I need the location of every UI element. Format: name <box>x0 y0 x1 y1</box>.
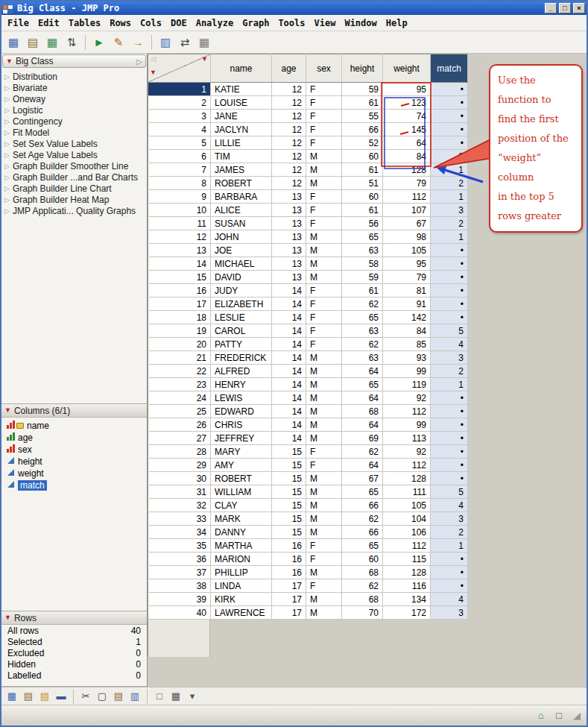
cell-age[interactable]: 13 <box>272 257 306 271</box>
cell-sex[interactable]: M <box>306 526 342 539</box>
design-grid-icon[interactable]: ▦ <box>195 34 213 51</box>
cell-sex[interactable]: M <box>306 177 342 190</box>
toolbar-options-icon[interactable]: ▾ <box>185 689 200 704</box>
cell-height[interactable]: 64 <box>342 459 383 472</box>
menu-view[interactable]: View <box>310 16 341 30</box>
row-number[interactable]: 11 <box>148 217 211 230</box>
disclosure-triangle-icon[interactable]: ▷ <box>4 185 10 192</box>
cell-age[interactable]: 12 <box>272 110 306 123</box>
cell-name[interactable]: CHRIS <box>211 418 272 432</box>
cell-name[interactable]: BARBARA <box>211 190 272 204</box>
cell-age[interactable]: 16 <box>272 539 306 553</box>
cell-weight[interactable]: 112 <box>383 405 431 418</box>
rows-panel-header[interactable]: ▼ Rows <box>1 611 147 625</box>
cell-sex[interactable]: M <box>306 485 342 499</box>
column-header-weight[interactable]: weight <box>383 54 431 83</box>
row-number[interactable]: 39 <box>148 593 211 606</box>
cell-age[interactable]: 15 <box>272 485 306 499</box>
cell-name[interactable]: LOUISE <box>211 96 272 110</box>
cell-sex[interactable]: F <box>306 136 342 150</box>
cell-match[interactable]: 3 <box>431 606 468 620</box>
disclosure-triangle-icon[interactable]: ▷ <box>4 151 10 159</box>
cell-weight[interactable]: 123 <box>383 96 431 110</box>
cell-name[interactable]: LAWRENCE <box>211 606 272 620</box>
menu-doe[interactable]: DOE <box>166 16 192 30</box>
cell-name[interactable]: ROBERT <box>211 472 272 485</box>
row-number[interactable]: 34 <box>148 526 211 539</box>
row-number[interactable]: 18 <box>148 311 211 324</box>
cell-name[interactable]: ALICE <box>211 204 272 217</box>
disclosure-triangle-icon[interactable]: ▷ <box>4 207 10 215</box>
cell-age[interactable]: 12 <box>272 96 306 110</box>
cell-weight[interactable]: 106 <box>383 526 431 539</box>
cell-sex[interactable]: F <box>306 298 342 311</box>
cell-sex[interactable]: F <box>306 190 342 204</box>
row-number[interactable]: 12 <box>148 230 211 244</box>
cell-name[interactable]: LINDA <box>211 579 272 593</box>
disclosure-triangle-icon[interactable]: ▷ <box>4 118 10 125</box>
cell-height[interactable]: 64 <box>342 365 383 378</box>
cell-name[interactable]: JUDY <box>211 284 272 298</box>
menu-tables[interactable]: Tables <box>64 16 105 30</box>
menu-graph[interactable]: Graph <box>238 16 274 30</box>
cell-weight[interactable]: 128 <box>383 566 431 579</box>
disclosure-triangle-icon[interactable]: ▷ <box>4 140 10 148</box>
cell-height[interactable]: 66 <box>342 499 383 512</box>
cell-match[interactable]: • <box>431 311 468 324</box>
cell-weight[interactable]: 99 <box>383 365 431 378</box>
cell-height[interactable]: 60 <box>342 150 383 163</box>
cell-age[interactable]: 16 <box>272 553 306 566</box>
cell-age[interactable]: 14 <box>272 324 306 338</box>
row-number[interactable]: 21 <box>148 351 211 365</box>
cell-sex[interactable]: M <box>306 512 342 526</box>
row-number[interactable]: 2 <box>148 96 211 110</box>
column-header-name[interactable]: name <box>211 54 272 83</box>
cell-height[interactable]: 65 <box>342 485 383 499</box>
cell-name[interactable]: PATTY <box>211 338 272 351</box>
cell-weight[interactable]: 119 <box>383 378 431 391</box>
cell-sex[interactable]: M <box>306 257 342 271</box>
cell-height[interactable]: 61 <box>342 204 383 217</box>
table-script-item[interactable]: ▷Distribution <box>4 71 147 82</box>
cell-height[interactable]: 70 <box>342 606 383 620</box>
column-selector-icon[interactable]: ◁ <box>151 56 156 63</box>
cell-height[interactable]: 61 <box>342 163 383 177</box>
cell-weight[interactable]: 84 <box>383 150 431 163</box>
cell-name[interactable]: LEWIS <box>211 391 272 405</box>
cell-height[interactable]: 60 <box>342 553 383 566</box>
row-number[interactable]: 4 <box>148 123 211 136</box>
cell-match[interactable]: 5 <box>431 485 468 499</box>
arrange-windows-icon[interactable]: ▦ <box>168 689 183 704</box>
cell-age[interactable]: 15 <box>272 512 306 526</box>
row-number[interactable]: 27 <box>148 432 211 445</box>
row-number[interactable]: 20 <box>148 338 211 351</box>
cell-height[interactable]: 68 <box>342 566 383 579</box>
cell-height[interactable]: 62 <box>342 298 383 311</box>
row-number[interactable]: 24 <box>148 391 211 405</box>
column-item-sex[interactable]: sex <box>4 444 147 456</box>
cell-height[interactable]: 56 <box>342 217 383 230</box>
row-number[interactable]: 10 <box>148 204 211 217</box>
column-item-match[interactable]: match <box>4 479 147 491</box>
row-number[interactable]: 22 <box>148 365 211 378</box>
cell-age[interactable]: 14 <box>272 432 306 445</box>
cell-weight[interactable]: 85 <box>383 338 431 351</box>
cell-height[interactable]: 62 <box>342 338 383 351</box>
table-script-item[interactable]: ▷Set Age Value Labels <box>4 149 147 160</box>
cell-age[interactable]: 15 <box>272 459 306 472</box>
row-number[interactable]: 7 <box>148 163 211 177</box>
cell-age[interactable]: 14 <box>272 405 306 418</box>
save-icon[interactable]: ▬ <box>54 689 69 704</box>
cell-sex[interactable]: F <box>306 324 342 338</box>
cell-sex[interactable]: F <box>306 110 342 123</box>
cell-sex[interactable]: F <box>306 311 342 324</box>
cell-height[interactable]: 66 <box>342 526 383 539</box>
cell-age[interactable]: 12 <box>272 150 306 163</box>
cell-height[interactable]: 59 <box>342 83 383 96</box>
red-triangle-menu-icon[interactable]: ▼ <box>4 614 11 621</box>
cell-age[interactable]: 13 <box>272 204 306 217</box>
table-script-item[interactable]: ▷Oneway <box>4 93 147 104</box>
cell-age[interactable]: 17 <box>272 593 306 606</box>
cell-weight[interactable]: 64 <box>383 136 431 150</box>
cell-weight[interactable]: 98 <box>383 230 431 244</box>
